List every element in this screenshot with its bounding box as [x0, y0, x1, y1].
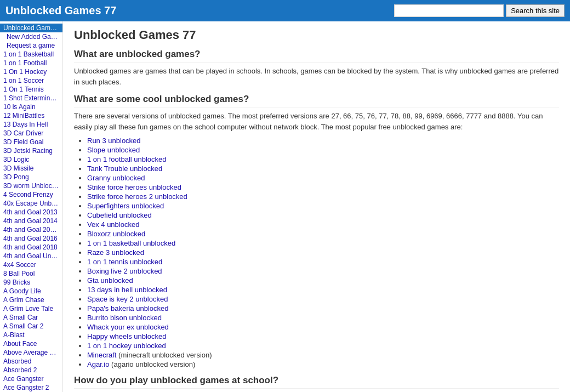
list-item: Strike force heroes unblocked	[87, 183, 559, 191]
sidebar-item-8[interactable]: 1 Shot Exterminator	[0, 94, 62, 103]
list-item: Raze 3 unblocked	[87, 248, 559, 257]
sidebar-item-6[interactable]: 1 on 1 Soccer	[0, 76, 62, 85]
section2-heading: What are some cool unblocked games?	[74, 94, 559, 107]
sidebar-item-23[interactable]: 4th and Goal 2015 Unblocked	[0, 225, 62, 234]
game-link-23[interactable]: Minecraft	[87, 351, 116, 359]
sidebar-item-5[interactable]: 1 On 1 Hockey	[0, 67, 62, 76]
game-link-15[interactable]: Gta unblocked	[87, 276, 133, 285]
sidebar-item-19[interactable]: 4 Second Frenzy	[0, 190, 62, 199]
layout: Unblocked Games 77New Added GamesRequest…	[0, 21, 570, 392]
search-form: Search this site	[394, 4, 565, 17]
game-link-5[interactable]: Strike force heroes unblocked	[87, 183, 181, 191]
sidebar-item-22[interactable]: 4th and Goal 2014	[0, 217, 62, 225]
game-link-3[interactable]: Tank Trouble unblocked	[87, 164, 162, 173]
list-item: Bloxorz unblocked	[87, 230, 559, 238]
sidebar-item-12[interactable]: 3D Car Driver	[0, 129, 62, 138]
sidebar-item-21[interactable]: 4th and Goal 2013	[0, 208, 62, 217]
games-list: Run 3 unblockedSlope unblocked1 on 1 foo…	[87, 137, 559, 368]
game-link-7[interactable]: Superfighters unblocked	[87, 202, 164, 210]
sidebar-item-38[interactable]: Absorbed	[0, 357, 62, 366]
list-item: 1 on 1 hockey unblocked	[87, 342, 559, 350]
sidebar-item-15[interactable]: 3D Logic	[0, 155, 62, 164]
sidebar-item-13[interactable]: 3D Field Goal	[0, 138, 62, 146]
game-link-8[interactable]: Cubefield unblocked	[87, 211, 152, 219]
sidebar-item-0[interactable]: Unblocked Games 77	[0, 24, 62, 32]
sidebar-item-20[interactable]: 40x Escape Unblocked	[0, 199, 62, 208]
sidebar-item-35[interactable]: A-Blast	[0, 331, 62, 339]
sidebar-item-24[interactable]: 4th and Goal 2016	[0, 234, 62, 243]
sidebar-item-1[interactable]: New Added Games	[0, 32, 62, 41]
list-item: 13 days in hell unblocked	[87, 286, 559, 294]
header: Unblocked Games 77 Search this site	[0, 0, 570, 21]
sidebar-item-41[interactable]: Ace Gangster 2	[0, 383, 62, 392]
game-link-suffix-24: (agario unblocked version)	[109, 360, 195, 368]
sidebar-item-39[interactable]: Absorbed 2	[0, 366, 62, 374]
list-item: Cubefield unblocked	[87, 211, 559, 219]
sidebar-item-7[interactable]: 1 On 1 Tennis	[0, 85, 62, 94]
game-link-18[interactable]: Papa's bakeria unblocked	[87, 304, 168, 313]
list-item: Happy wheels unblocked	[87, 332, 559, 340]
sidebar-item-29[interactable]: 99 Bricks	[0, 278, 62, 287]
sidebar-item-17[interactable]: 3D Pong	[0, 173, 62, 181]
sidebar-item-28[interactable]: 8 Ball Pool	[0, 269, 62, 278]
game-link-21[interactable]: Happy wheels unblocked	[87, 332, 167, 340]
section2-text: There are several versions of unblocked …	[74, 111, 559, 132]
sidebar-item-9[interactable]: 10 is Again	[0, 103, 62, 111]
game-link-1[interactable]: Slope unblocked	[87, 146, 140, 154]
sidebar-item-14[interactable]: 3D Jetski Racing	[0, 146, 62, 155]
search-input[interactable]	[394, 4, 504, 17]
game-link-10[interactable]: Bloxorz unblocked	[87, 230, 145, 238]
game-link-0[interactable]: Run 3 unblocked	[87, 137, 141, 145]
game-link-19[interactable]: Burrito bison unblocked	[87, 314, 162, 322]
game-link-14[interactable]: Boxing live 2 unblocked	[87, 267, 162, 275]
list-item: Burrito bison unblocked	[87, 314, 559, 322]
sidebar-item-36[interactable]: About Face	[0, 339, 62, 348]
game-link-12[interactable]: Raze 3 unblocked	[87, 248, 144, 257]
page-title: Unblocked Games 77	[74, 28, 559, 42]
site-title: Unblocked Games 77	[5, 4, 116, 17]
game-link-24[interactable]: Agar.io	[87, 360, 109, 368]
game-link-17[interactable]: Space is key 2 unblocked	[87, 295, 168, 303]
list-item: 1 on 1 football unblocked	[87, 155, 559, 163]
sidebar-item-33[interactable]: A Small Car	[0, 313, 62, 322]
game-link-9[interactable]: Vex 4 unblocked	[87, 220, 139, 229]
list-item: Boxing live 2 unblocked	[87, 267, 559, 275]
sidebar-item-2[interactable]: Request a game	[0, 41, 62, 50]
list-item: Slope unblocked	[87, 146, 559, 154]
list-item: Papa's bakeria unblocked	[87, 304, 559, 313]
list-item: Strike force heroes 2 unblocked	[87, 192, 559, 201]
list-item: Whack your ex unblocked	[87, 323, 559, 331]
game-link-13[interactable]: 1 on 1 tennis unblocked	[87, 258, 162, 266]
main-content: Unblocked Games 77 What are unblocked ga…	[63, 21, 570, 392]
list-item: Gta unblocked	[87, 276, 559, 285]
sidebar-item-18[interactable]: 3D worm Unblocked	[0, 181, 62, 190]
sidebar-item-37[interactable]: Above Average Guy	[0, 348, 62, 357]
sidebar-item-16[interactable]: 3D Missile	[0, 164, 62, 173]
list-item: Run 3 unblocked	[87, 137, 559, 145]
sidebar-item-25[interactable]: 4th and Goal 2018	[0, 243, 62, 252]
list-item: Superfighters unblocked	[87, 202, 559, 210]
sidebar-item-34[interactable]: A Small Car 2	[0, 322, 62, 331]
list-item: Vex 4 unblocked	[87, 220, 559, 229]
sidebar: Unblocked Games 77New Added GamesRequest…	[0, 21, 63, 392]
sidebar-item-3[interactable]: 1 on 1 Basketball	[0, 50, 62, 59]
game-link-16[interactable]: 13 days in hell unblocked	[87, 286, 167, 294]
sidebar-item-30[interactable]: A Goody Life	[0, 287, 62, 296]
sidebar-item-4[interactable]: 1 on 1 Football	[0, 59, 62, 67]
sidebar-item-26[interactable]: 4th and Goal Unblocked	[0, 252, 62, 260]
game-link-2[interactable]: 1 on 1 football unblocked	[87, 155, 167, 163]
game-link-20[interactable]: Whack your ex unblocked	[87, 323, 169, 331]
game-link-4[interactable]: Granny unblocked	[87, 174, 145, 182]
sidebar-item-11[interactable]: 13 Days In Hell	[0, 120, 62, 129]
section3-heading: How do you play unblocked games at schoo…	[74, 375, 559, 389]
game-link-11[interactable]: 1 on 1 basketball unblocked	[87, 239, 175, 247]
sidebar-item-27[interactable]: 4x4 Soccer	[0, 260, 62, 269]
search-button[interactable]: Search this site	[506, 4, 565, 17]
sidebar-item-10[interactable]: 12 MiniBattles	[0, 111, 62, 120]
list-item: 1 on 1 basketball unblocked	[87, 239, 559, 247]
sidebar-item-31[interactable]: A Grim Chase	[0, 296, 62, 304]
sidebar-item-40[interactable]: Ace Gangster	[0, 374, 62, 383]
game-link-6[interactable]: Strike force heroes 2 unblocked	[87, 192, 187, 201]
game-link-22[interactable]: 1 on 1 hockey unblocked	[87, 342, 166, 350]
sidebar-item-32[interactable]: A Grim Love Tale	[0, 304, 62, 313]
